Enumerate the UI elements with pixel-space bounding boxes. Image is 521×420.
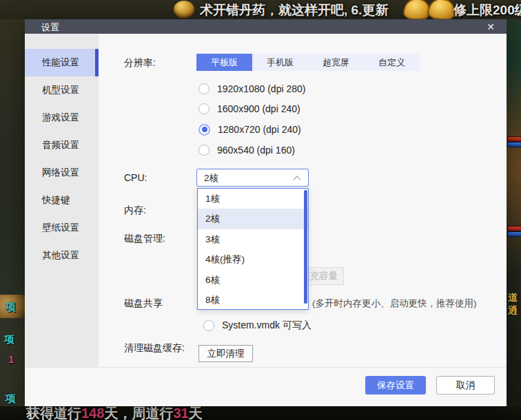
radio-icon[interactable]: [198, 103, 210, 114]
hp-bar: [507, 136, 521, 142]
sidebar-item-hotkeys[interactable]: 快捷键: [25, 187, 99, 214]
mp-bar: [507, 142, 521, 147]
resolution-label: 分辨率:: [124, 57, 156, 70]
settings-dialog: 设置 ✕ 性能设置 机型设置 游戏设置 音频设置 网络设置 快捷键 壁纸设置 其…: [25, 19, 507, 406]
save-settings-button[interactable]: 保存设置: [365, 376, 426, 395]
radio-label: 960x540 (dpi 160): [217, 145, 295, 156]
game-number-fragment: 1: [8, 353, 14, 365]
cpu-option-4[interactable]: 4核(推荐): [198, 249, 308, 269]
tab-tablet[interactable]: 平板版: [196, 54, 252, 71]
close-icon[interactable]: ✕: [484, 21, 497, 33]
radio-label: System.vmdk 可写入: [222, 319, 311, 332]
game-top-strip: 术开错丹药，就这样开吧, 6.更新 修上限200级: [0, 0, 521, 19]
cancel-button[interactable]: 取消: [436, 376, 495, 395]
gold-ingot-icon: [427, 0, 456, 21]
sidebar-item-game[interactable]: 游戏设置: [25, 104, 99, 132]
game-button-fragment: 项: [6, 301, 16, 314]
cpu-option-6[interactable]: 6核: [198, 270, 308, 290]
mp-bar: [507, 231, 521, 237]
reward-text: 获得道行: [26, 406, 81, 420]
reward-value: 148: [81, 406, 104, 420]
tab-ultrawide[interactable]: 超宽屏: [308, 54, 364, 71]
resolution-option-1280[interactable]: 1280x720 (dpi 240): [198, 123, 301, 136]
resolution-option-960[interactable]: 960x540 (dpi 160): [198, 144, 295, 156]
hp-bar: [507, 226, 521, 231]
system-vmdk-option[interactable]: System.vmdk 可写入: [203, 319, 311, 332]
dialog-title: 设置: [41, 21, 59, 34]
reward-text: 天，周道行: [104, 406, 173, 420]
game-chat-text-left: 术开错丹药，就这样开吧, 6.更新: [200, 1, 388, 19]
radio-icon[interactable]: [198, 83, 210, 94]
sidebar-item-device[interactable]: 机型设置: [25, 76, 99, 104]
disk-management-label: 磁盘管理:: [124, 233, 165, 245]
cpu-option-3[interactable]: 3核: [198, 229, 308, 249]
radio-selected-icon[interactable]: [198, 124, 210, 136]
resolution-tabs: 平板版 手机版 超宽屏 自定义: [196, 54, 420, 71]
game-chat-text-right: 修上限200级: [453, 1, 521, 19]
radio-icon[interactable]: [198, 145, 210, 156]
tab-custom[interactable]: 自定义: [364, 54, 420, 71]
sidebar-item-audio[interactable]: 音频设置: [25, 132, 99, 159]
cpu-label: CPU:: [124, 172, 147, 183]
cpu-option-8[interactable]: 8核: [198, 290, 308, 310]
radio-label: 1920x1080 (dpi 280): [217, 83, 305, 94]
chevron-up-icon: [293, 176, 300, 183]
disk-share-note: (多开时内存更小、启动更快，推荐使用): [312, 297, 477, 310]
reward-value: 31: [173, 406, 188, 420]
radio-label: 1280x720 (dpi 240): [218, 124, 301, 135]
dropdown-scrollbar[interactable]: [304, 190, 307, 304]
cpu-option-1[interactable]: 1核: [198, 189, 308, 209]
tab-phone[interactable]: 手机版: [252, 54, 308, 71]
game-text-fragment: 道逍: [508, 292, 521, 317]
game-reward-text: 获得道行148天，周道行31天: [26, 404, 203, 420]
radio-label: 1600x900 (dpi 240): [217, 103, 300, 114]
resolution-option-1600[interactable]: 1600x900 (dpi 240): [198, 103, 300, 115]
cpu-select[interactable]: 2核: [196, 169, 309, 187]
resolution-option-1920[interactable]: 1920x1080 (dpi 280): [198, 83, 305, 95]
settings-sidebar: 性能设置 机型设置 游戏设置 音频设置 网络设置 快捷键 壁纸设置 其他设置: [25, 34, 99, 367]
sidebar-item-other[interactable]: 其他设置: [25, 242, 99, 269]
sidebar-item-network[interactable]: 网络设置: [25, 159, 99, 187]
gold-ingot-icon: [403, 0, 431, 20]
game-button-fragment: 项: [6, 392, 16, 406]
radio-icon[interactable]: [203, 320, 214, 331]
memory-label: 内存:: [124, 204, 146, 217]
reward-text: 天: [189, 406, 203, 420]
trophy-icon: [174, 1, 194, 18]
clean-cache-label: 清理磁盘缓存:: [124, 342, 185, 355]
clean-now-button[interactable]: 立即清理: [198, 345, 253, 362]
cpu-dropdown-list: 1核 2核 3核 4核(推荐) 6核 8核: [197, 188, 309, 310]
game-bottom-strip: 获得道行148天，周道行31天: [0, 406, 521, 420]
game-button-fragment: 项: [4, 333, 14, 346]
disk-share-label: 磁盘共享: [124, 297, 163, 310]
sidebar-item-wallpaper[interactable]: 壁纸设置: [25, 214, 99, 242]
sidebar-item-performance[interactable]: 性能设置: [25, 49, 99, 76]
footer-divider: [25, 367, 507, 368]
dialog-titlebar: 设置 ✕: [25, 19, 507, 34]
cpu-select-value: 2核: [204, 172, 218, 185]
cpu-option-2[interactable]: 2核: [198, 209, 308, 229]
